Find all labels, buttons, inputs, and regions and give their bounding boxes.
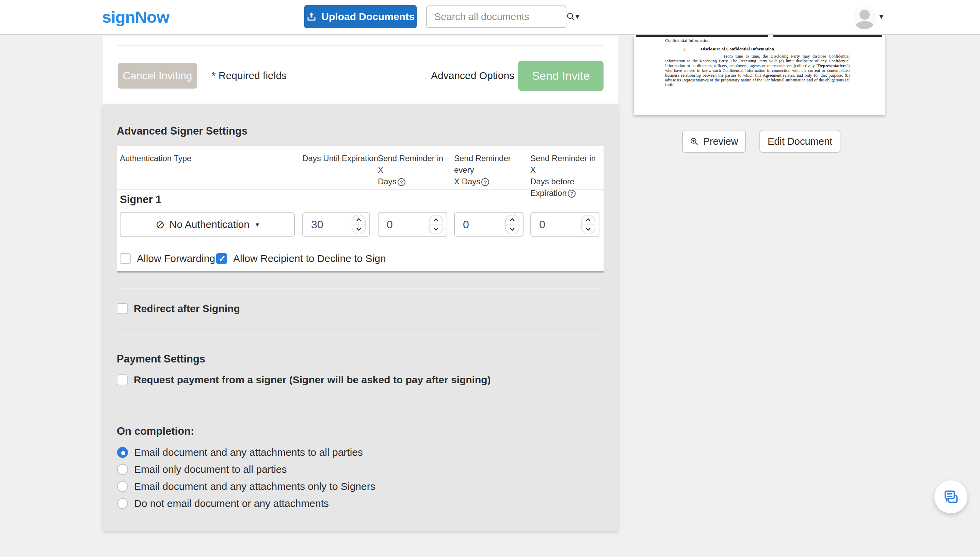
signnow-logo[interactable]: signNow xyxy=(102,8,169,26)
stepper-down-icon[interactable] xyxy=(582,225,595,234)
completion-radio[interactable] xyxy=(117,498,128,509)
avatar[interactable] xyxy=(853,6,876,29)
help-icon[interactable]: ? xyxy=(481,178,489,186)
authentication-type-dropdown[interactable]: ⊘ No Authentication ▾ xyxy=(120,212,295,237)
authentication-type-value: No Authentication xyxy=(170,219,250,230)
divider xyxy=(117,45,604,46)
send-reminder-before-expiration-value[interactable]: 0 xyxy=(531,218,581,231)
stepper-control xyxy=(429,215,443,235)
completion-option-row: Email document and any attachments to al… xyxy=(117,446,363,458)
clipped-text-line xyxy=(773,35,882,37)
clipped-text-line xyxy=(636,35,768,37)
completion-option-row: Do not email document or any attachments xyxy=(117,498,329,509)
completion-option-row: Email document and any attachments only … xyxy=(117,481,375,492)
stepper-control xyxy=(352,215,366,235)
signer-name: Signer 1 xyxy=(120,194,161,206)
days-until-expiration-value[interactable]: 30 xyxy=(303,218,352,231)
invite-action-panel: Cancel Inviting * Required fields Advanc… xyxy=(103,36,618,104)
completion-option-label: Email document and any attachments only … xyxy=(134,481,375,492)
search-input[interactable] xyxy=(427,11,566,23)
completion-option-row: Email only document to all parties xyxy=(117,464,287,475)
redirect-after-signing-label: Redirect after Signing xyxy=(134,303,240,314)
request-payment-label: Request payment from a signer (Signer wi… xyxy=(134,374,491,386)
zoom-in-icon xyxy=(690,137,699,146)
stepper-control xyxy=(581,215,595,235)
send-reminder-in-x-days-input[interactable]: 0 xyxy=(378,212,447,237)
no-authentication-icon: ⊘ xyxy=(156,218,165,231)
send-reminder-every-x-days-value[interactable]: 0 xyxy=(455,218,505,231)
search-icon[interactable] xyxy=(566,12,576,21)
redirect-after-signing-checkbox[interactable] xyxy=(117,303,128,314)
help-icon[interactable]: ? xyxy=(398,178,406,186)
upload-button-label: Upload Documents xyxy=(321,11,414,23)
decline-to-sign-label: Allow Recipient to Decline to Sign xyxy=(233,253,386,264)
edit-document-button[interactable]: Edit Document xyxy=(759,130,840,153)
send-reminder-every-x-days-input[interactable]: 0 xyxy=(454,212,524,237)
decline-to-sign-checkbox[interactable] xyxy=(216,253,227,264)
completion-radio[interactable] xyxy=(117,481,128,492)
document-paragraph: From time to time, the Disclosing Party … xyxy=(665,54,850,87)
stepper-down-icon[interactable] xyxy=(430,225,443,234)
document-thumbnail[interactable]: Confidential Information. 2.Disclosure o… xyxy=(634,35,885,115)
avatar-head-shape xyxy=(860,10,870,20)
edit-document-button-label: Edit Document xyxy=(767,136,832,147)
search-box xyxy=(426,5,566,28)
help-icon[interactable]: ? xyxy=(568,190,576,198)
send-reminder-before-expiration-input[interactable]: 0 xyxy=(531,212,599,237)
send-reminder-in-x-days-value[interactable]: 0 xyxy=(378,218,429,231)
upload-documents-button[interactable]: Upload Documents xyxy=(304,5,417,28)
send-invite-button[interactable]: Send Invite xyxy=(518,61,604,91)
chat-button[interactable] xyxy=(935,480,967,513)
allow-forwarding-row: Allow Forwarding xyxy=(120,253,215,264)
document-section-heading: 2.Disclosure of Confidential Information… xyxy=(665,46,775,52)
column-header-send-reminder-every-x-days: Send Reminder every X Days? xyxy=(454,153,527,187)
advanced-signer-settings-panel: Advanced Signer Settings Authentication … xyxy=(103,104,618,531)
stepper-up-icon[interactable] xyxy=(506,215,519,225)
on-completion-title: On completion: xyxy=(117,425,194,437)
redirect-after-signing-row: Redirect after Signing xyxy=(117,303,240,314)
top-navigation-bar: signNow Upload Documents ▾ ▾ xyxy=(0,0,980,35)
divider xyxy=(117,403,604,403)
decline-to-sign-row: Allow Recipient to Decline to Sign xyxy=(216,253,386,264)
avatar-torso-shape xyxy=(855,21,874,29)
upload-icon xyxy=(307,11,316,22)
completion-option-label: Email document and any attachments to al… xyxy=(134,446,363,458)
signer-settings-title: Advanced Signer Settings xyxy=(117,125,247,137)
divider xyxy=(117,288,604,288)
signer-settings-table: Authentication Type Days Until Expiratio… xyxy=(117,146,604,272)
allow-forwarding-label: Allow Forwarding xyxy=(137,253,215,264)
chat-icon xyxy=(943,489,959,505)
divider xyxy=(117,334,604,334)
completion-radio[interactable] xyxy=(117,447,128,458)
completion-radio[interactable] xyxy=(117,464,128,475)
column-header-send-reminder-before-expiration: Send Reminder in X Days before Expiratio… xyxy=(531,153,600,199)
completion-option-label: Do not email document or any attachments xyxy=(134,498,329,509)
stepper-control xyxy=(505,215,519,235)
column-header-send-reminder-in-x-days: Send Reminder in X Days? xyxy=(378,153,449,187)
page: { "header": { "logo": "signNow", "upload… xyxy=(0,0,980,557)
stepper-down-icon[interactable] xyxy=(352,225,365,234)
required-fields-note: * Required fields xyxy=(212,70,287,81)
completion-option-label: Email only document to all parties xyxy=(134,464,287,475)
document-text-line: Confidential Information. xyxy=(665,38,711,43)
request-payment-checkbox[interactable] xyxy=(117,375,128,385)
stepper-up-icon[interactable] xyxy=(352,215,365,225)
search-scope-caret-icon[interactable]: ▾ xyxy=(575,11,579,21)
stepper-down-icon[interactable] xyxy=(506,225,519,234)
stepper-up-icon[interactable] xyxy=(582,215,595,225)
column-header-days-until-expiration: Days Until Expiration xyxy=(302,153,378,164)
column-header-authentication-type: Authentication Type xyxy=(120,153,191,164)
preview-button-label: Preview xyxy=(703,136,738,147)
days-until-expiration-input[interactable]: 30 xyxy=(302,212,370,237)
stepper-up-icon[interactable] xyxy=(430,215,443,225)
payment-settings-title: Payment Settings xyxy=(117,353,205,365)
request-payment-row: Request payment from a signer (Signer wi… xyxy=(117,374,491,386)
chevron-down-icon: ▾ xyxy=(256,220,259,229)
cancel-inviting-button[interactable]: Cancel Inviting xyxy=(118,63,197,89)
preview-button[interactable]: Preview xyxy=(682,130,746,153)
advanced-options-link[interactable]: Advanced Options xyxy=(431,70,514,81)
account-menu-caret-icon[interactable]: ▾ xyxy=(879,11,883,21)
divider xyxy=(117,189,604,190)
allow-forwarding-checkbox[interactable] xyxy=(120,253,131,264)
